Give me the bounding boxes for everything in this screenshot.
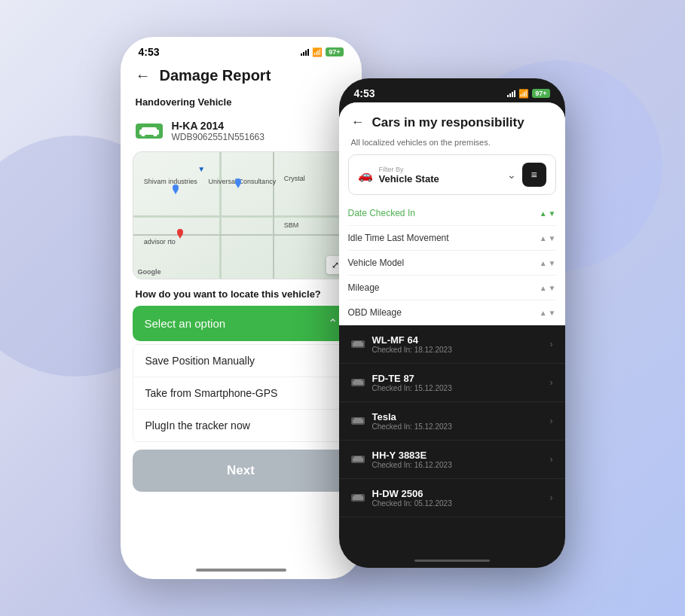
vehicle-checkin-0: Checked In: 18.12.2023 bbox=[372, 346, 543, 354]
vehicle-plate-4: H-DW 2506 bbox=[372, 488, 543, 499]
right-wifi-icon: 📶 bbox=[518, 89, 529, 99]
vehicle-details: H-KA 2014 WDB9062551N551663 bbox=[172, 120, 265, 142]
svg-rect-11 bbox=[354, 341, 362, 344]
map-direction-marker: ▼ bbox=[197, 165, 205, 173]
map-container[interactable]: Shivam industries Universal Consultancy … bbox=[133, 151, 350, 279]
vehicle-plate-2: Tesla bbox=[372, 411, 543, 422]
battery-indicator: 97+ bbox=[326, 47, 343, 56]
vehicle-checkin-2: Checked In: 15.12.2023 bbox=[372, 422, 543, 431]
phone-left: 4:53 📶 97+ ← Damage Report Handovering V… bbox=[121, 37, 362, 579]
right-page-title: Cars in my responsibility bbox=[372, 115, 524, 130]
vehicle-list-icon-0 bbox=[351, 340, 365, 348]
map-road-vertical bbox=[219, 152, 222, 279]
vehicle-plate-3: HH-Y 3883E bbox=[372, 450, 543, 461]
filter-bar[interactable]: 🚗 Filter By Vehicle State ⌄ ≡ bbox=[348, 154, 556, 195]
sort-row-obd-mileage[interactable]: OBD Mileage ▲ ▼ bbox=[348, 300, 556, 325]
svg-rect-1 bbox=[142, 127, 157, 132]
vehicle-vin: WDB9062551N551663 bbox=[172, 132, 265, 142]
vehicle-list-item-0[interactable]: WL-MF 64 Checked In: 18.12.2023 › bbox=[339, 325, 565, 364]
sort-row-mileage[interactable]: Mileage ▲ ▼ bbox=[348, 276, 556, 300]
left-content: ← Damage Report Handovering Vehicle H-KA… bbox=[121, 61, 362, 561]
sort-section: Date Checked In ▲ ▼ Idle Time Last Movem… bbox=[339, 201, 565, 325]
svg-rect-17 bbox=[354, 456, 362, 459]
sort-down-obd[interactable]: ▼ bbox=[549, 309, 556, 317]
option-save-position[interactable]: Save Position Manually bbox=[133, 345, 349, 377]
option-plugin-tracker[interactable]: PlugIn the tracker now bbox=[133, 410, 349, 441]
vehicle-checkin-1: Checked In: 15.12.2023 bbox=[372, 384, 543, 392]
next-button[interactable]: Next bbox=[133, 450, 350, 492]
right-home-bar bbox=[414, 560, 490, 562]
sort-up-date[interactable]: ▲ bbox=[540, 209, 547, 218]
sort-label-obd: OBD Mileage bbox=[348, 307, 402, 318]
select-option-text: Select an option bbox=[145, 317, 226, 330]
select-option-dropdown[interactable]: Select an option ⌃ bbox=[133, 306, 350, 341]
signal-icon bbox=[301, 48, 309, 56]
filter-chevron-icon: ⌄ bbox=[507, 169, 516, 181]
svg-marker-7 bbox=[235, 183, 241, 188]
svg-rect-19 bbox=[354, 495, 362, 498]
filter-car-icon: 🚗 bbox=[358, 168, 373, 182]
vehicle-list-item-3[interactable]: HH-Y 3883E Checked In: 16.12.2023 › bbox=[339, 441, 565, 479]
map-pin-1 bbox=[172, 184, 179, 197]
map-label-advisor: advisor rto bbox=[144, 238, 176, 245]
svg-rect-15 bbox=[354, 418, 362, 421]
sort-up-idle[interactable]: ▲ bbox=[540, 234, 547, 242]
sort-up-obd[interactable]: ▲ bbox=[540, 309, 547, 317]
right-battery: 97+ bbox=[532, 89, 549, 98]
sort-down-idle[interactable]: ▼ bbox=[549, 234, 556, 242]
sort-row-idle-time[interactable]: Idle Time Last Movement ▲ ▼ bbox=[348, 226, 556, 251]
handovering-label: Handovering Vehicle bbox=[121, 93, 362, 114]
locate-question: How do you want to locate this vehicle? bbox=[121, 279, 362, 306]
left-page-title: Damage Report bbox=[160, 67, 271, 84]
map-road-3 bbox=[273, 152, 274, 279]
right-status-bar: 4:53 📶 97+ bbox=[339, 78, 565, 102]
filter-value: Vehicle State bbox=[379, 173, 501, 184]
sort-label-idle: Idle Time Last Movement bbox=[348, 233, 449, 243]
left-back-button[interactable]: ← bbox=[136, 67, 151, 84]
option-smartphone-gps[interactable]: Take from Smartphone-GPS bbox=[133, 377, 349, 410]
left-time: 4:53 bbox=[139, 46, 160, 58]
vehicle-chevron-2: › bbox=[550, 416, 553, 426]
vehicle-plate-1: FD-TE 87 bbox=[372, 373, 543, 384]
svg-marker-9 bbox=[177, 233, 183, 239]
chevron-up-icon: ⌃ bbox=[328, 316, 338, 331]
left-home-bar bbox=[196, 569, 286, 572]
svg-marker-5 bbox=[173, 189, 179, 194]
vehicle-list-item-2[interactable]: Tesla Checked In: 15.12.2023 › bbox=[339, 402, 565, 441]
sort-label-date: Date Checked In bbox=[348, 208, 415, 218]
phone-right: 4:53 📶 97+ ← Cars in my responsibility A… bbox=[339, 78, 565, 568]
vehicle-list-icon-1 bbox=[351, 379, 365, 386]
sort-row-vehicle-model[interactable]: Vehicle Model ▲ ▼ bbox=[348, 251, 556, 276]
sort-arrows-date: ▲ ▼ bbox=[540, 209, 556, 218]
left-status-icons: 📶 97+ bbox=[301, 47, 343, 57]
map-pin-2 bbox=[234, 178, 242, 191]
right-back-button[interactable]: ← bbox=[351, 114, 365, 130]
sort-row-date-checked-in[interactable]: Date Checked In ▲ ▼ bbox=[348, 201, 556, 226]
sort-down-model[interactable]: ▼ bbox=[549, 259, 556, 267]
vehicle-list-item-4[interactable]: H-DW 2506 Checked In: 05.12.2023 › bbox=[339, 479, 565, 517]
vehicle-plate: H-KA 2014 bbox=[172, 120, 265, 132]
vehicle-chevron-3: › bbox=[550, 454, 553, 465]
vehicle-details-3: HH-Y 3883E Checked In: 16.12.2023 bbox=[372, 450, 543, 469]
vehicle-details-4: H-DW 2506 Checked In: 05.12.2023 bbox=[372, 488, 543, 508]
sort-arrows-model: ▲ ▼ bbox=[540, 259, 556, 267]
vehicle-info: H-KA 2014 WDB9062551N551663 bbox=[121, 114, 362, 151]
map-road-2 bbox=[133, 234, 349, 236]
right-header: ← Cars in my responsibility bbox=[339, 102, 565, 138]
sort-up-mileage[interactable]: ▲ bbox=[540, 284, 547, 292]
sort-down-date[interactable]: ▼ bbox=[549, 209, 556, 218]
vehicle-checkin-4: Checked In: 05.12.2023 bbox=[372, 499, 543, 508]
vehicle-list-item-1[interactable]: FD-TE 87 Checked In: 15.12.2023 › bbox=[339, 364, 565, 402]
sort-label-mileage: Mileage bbox=[348, 282, 380, 293]
sort-down-mileage[interactable]: ▼ bbox=[549, 284, 556, 292]
sort-arrows-obd: ▲ ▼ bbox=[540, 309, 556, 317]
vehicle-list-icon-3 bbox=[351, 456, 365, 463]
sort-up-model[interactable]: ▲ bbox=[540, 259, 547, 267]
left-home-indicator bbox=[121, 561, 362, 579]
left-status-bar: 4:53 📶 97+ bbox=[121, 37, 362, 61]
sort-label-model: Vehicle Model bbox=[348, 258, 405, 268]
map-label-universal: Universal Consultancy bbox=[209, 178, 277, 185]
right-subtitle: All localized vehicles on the premises. bbox=[339, 138, 565, 154]
filter-by-label: Filter By bbox=[379, 166, 501, 173]
filter-list-button[interactable]: ≡ bbox=[522, 163, 546, 187]
